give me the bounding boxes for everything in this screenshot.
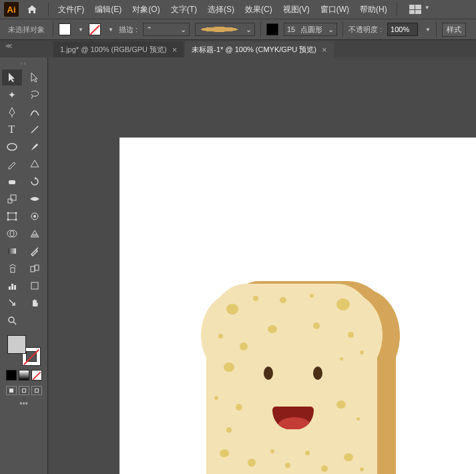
app-logo: Ai: [4, 2, 19, 17]
stroke-swatch[interactable]: [89, 23, 101, 35]
tab-label: 1.jpg* @ 100% (RGB/GPU 预览): [60, 45, 167, 55]
direct-selection-tool[interactable]: [25, 69, 45, 85]
paintbrush-tool[interactable]: [25, 139, 45, 155]
menu-view[interactable]: 视图(V): [279, 3, 314, 17]
toolbox: ›› ✦ T: [0, 57, 48, 474]
magic-wand-tool[interactable]: ✦: [2, 87, 22, 103]
hand-tool[interactable]: [25, 295, 45, 311]
brush-swatch[interactable]: [266, 23, 278, 35]
divider: [397, 3, 397, 16]
width-tool[interactable]: [25, 191, 45, 207]
curvature-tool[interactable]: [25, 104, 45, 120]
free-transform-tool[interactable]: [2, 208, 22, 224]
svg-point-8: [7, 219, 9, 221]
fill-stroke-swatches[interactable]: [7, 335, 41, 366]
ellipse-tool[interactable]: [2, 139, 22, 155]
svg-line-23: [13, 322, 16, 324]
type-tool[interactable]: T: [2, 122, 22, 138]
brush-select[interactable]: 15点圆形⌄: [284, 23, 337, 36]
svg-rect-15: [11, 268, 15, 272]
document-tabs: 1.jpg* @ 100% (RGB/GPU 预览) × 未标题-1* @ 10…: [0, 40, 476, 57]
menu-help[interactable]: 帮助(H): [356, 3, 391, 17]
edit-toolbar[interactable]: •••: [19, 399, 28, 409]
draw-inside[interactable]: [31, 386, 42, 395]
chevron-down-icon[interactable]: ▼: [425, 27, 431, 33]
symbol-sprayer-tool[interactable]: [2, 260, 22, 276]
fill-swatch[interactable]: [7, 335, 26, 354]
fill-swatch[interactable]: [59, 23, 71, 35]
svg-rect-18: [9, 286, 11, 290]
opacity-label: 不透明度 :: [348, 25, 382, 35]
divider: [53, 21, 53, 37]
style-button[interactable]: 样式: [442, 23, 466, 37]
eraser-tool[interactable]: [2, 174, 22, 190]
menu-edit[interactable]: 编辑(E): [91, 3, 126, 17]
stroke-weight-select[interactable]: ⌃⌄: [143, 23, 190, 36]
line-tool[interactable]: [25, 122, 45, 138]
blend-tool[interactable]: [25, 260, 45, 276]
gradient-mode[interactable]: [19, 370, 29, 381]
menu-bar: Ai 文件(F) 编辑(E) 对象(O) 文字(T) 选择(S) 效果(C) 视…: [0, 0, 476, 19]
draw-behind[interactable]: [19, 386, 29, 395]
svg-rect-21: [31, 282, 38, 289]
rotate-tool[interactable]: [25, 174, 45, 190]
doc-tab[interactable]: 1.jpg* @ 100% (RGB/GPU 预览) ×: [53, 41, 184, 57]
layout-switcher[interactable]: ▼: [409, 5, 430, 14]
lasso-tool[interactable]: [25, 87, 45, 103]
menu-file[interactable]: 文件(F): [54, 3, 88, 17]
tab-label: 未标题-1* @ 100% (CMYK/GPU 预览): [192, 45, 316, 55]
canvas[interactable]: [48, 57, 476, 474]
column-graph-tool[interactable]: [2, 278, 22, 294]
svg-line-0: [31, 126, 38, 133]
svg-rect-4: [11, 195, 16, 200]
pen-tool[interactable]: [2, 104, 22, 120]
divider: [342, 21, 343, 37]
svg-point-6: [7, 212, 9, 214]
zoom-tool[interactable]: [2, 312, 22, 328]
options-bar: 未选择对象 ▼ ▼ 描边 : ⌃⌄ ⌄ 15点圆形⌄ 不透明度 : ▼ 样式: [0, 19, 476, 40]
svg-rect-17: [35, 265, 39, 270]
home-icon[interactable]: [25, 3, 39, 16]
pencil-tool[interactable]: [2, 156, 22, 172]
chevron-down-icon[interactable]: ▼: [78, 27, 83, 33]
shaper-tool[interactable]: [25, 156, 45, 172]
menu-effect[interactable]: 效果(C): [241, 3, 276, 17]
doc-tab[interactable]: 未标题-1* @ 100% (CMYK/GPU 预览) ×: [185, 41, 333, 57]
svg-rect-16: [31, 266, 35, 272]
slice-tool[interactable]: [2, 295, 22, 311]
eyedropper-tool[interactable]: [25, 243, 45, 259]
scale-tool[interactable]: [2, 191, 22, 207]
menu-window[interactable]: 窗口(W): [316, 3, 353, 17]
tab-strip-arrows[interactable]: ≪: [5, 42, 12, 49]
close-icon[interactable]: ×: [322, 45, 327, 55]
svg-point-22: [9, 317, 14, 322]
selection-status: 未选择对象: [5, 25, 47, 35]
svg-point-9: [15, 219, 17, 221]
shape-builder-tool[interactable]: [2, 226, 22, 242]
perspective-grid-tool[interactable]: [25, 226, 45, 242]
close-icon[interactable]: ×: [172, 45, 178, 55]
panel-handle[interactable]: ››: [3, 60, 45, 67]
svg-rect-14: [8, 248, 16, 254]
menu-object[interactable]: 对象(O): [128, 3, 164, 17]
menu-select[interactable]: 选择(S): [204, 3, 238, 17]
artboard-tool[interactable]: [25, 278, 45, 294]
menu-type[interactable]: 文字(T): [167, 3, 201, 17]
svg-point-7: [15, 212, 17, 214]
divider: [436, 21, 437, 37]
selection-tool[interactable]: [2, 69, 22, 85]
svg-rect-2: [9, 180, 15, 184]
draw-normal[interactable]: [6, 386, 17, 395]
color-mode[interactable]: [6, 370, 17, 381]
stroke-profile-select[interactable]: ⌄: [195, 23, 255, 36]
svg-rect-5: [8, 213, 16, 220]
svg-point-1: [7, 144, 17, 150]
svg-rect-3: [8, 199, 12, 203]
stroke-label: 描边 :: [119, 25, 138, 35]
svg-point-11: [33, 215, 36, 218]
none-mode[interactable]: [31, 370, 42, 381]
warp-tool[interactable]: [25, 208, 45, 224]
chevron-down-icon[interactable]: ▼: [108, 27, 113, 33]
gradient-tool[interactable]: [2, 243, 22, 259]
opacity-input[interactable]: [387, 23, 418, 36]
